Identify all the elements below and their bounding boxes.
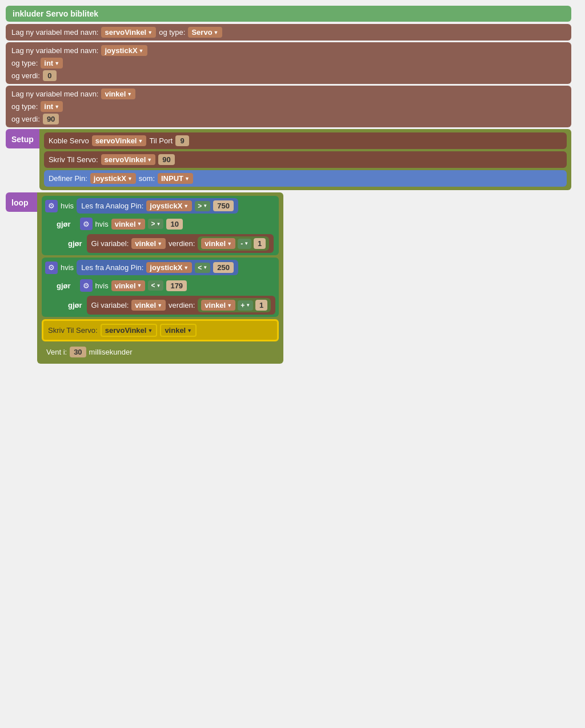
setup-tab: Setup (6, 129, 39, 148)
verdien-label-2: verdien: (169, 301, 195, 309)
hvis-inner-1: hvis (95, 220, 109, 228)
verdien-label-1: verdien: (169, 239, 195, 248)
og-verdi-label-v: og verdi: (11, 115, 40, 123)
vinkel-dd-inner-2[interactable]: vinkel (111, 280, 146, 291)
lag-ny-label-3: Lag ny variabel med navn: (11, 90, 98, 98)
og-verdi-label-jx: og verdi: (11, 71, 40, 80)
condition-block-1: Les fra Analog Pin: joystickX > 750 (77, 198, 238, 214)
input-mode-dropdown[interactable]: INPUT (158, 173, 193, 184)
joystickx-dd-definer[interactable]: joystickX (90, 173, 136, 184)
op-lt-inner-2[interactable]: < (148, 280, 163, 291)
if-body-2: gjør ⚙ hvis vinkel < 179 gjør Gi (57, 277, 275, 315)
inner-if-2: ⚙ hvis vinkel < 179 (75, 277, 192, 294)
gjor-row-3: gjør ⚙ hvis vinkel < 179 (57, 277, 275, 294)
var-block-joystickx: Lag ny variabel med navn: joystickX og t… (6, 42, 571, 84)
gi-variabel-label-2: Gi variabel: (91, 301, 129, 309)
vinkel-dd-math-2[interactable]: vinkel (201, 300, 235, 311)
vinkel-value[interactable]: 90 (43, 114, 59, 124)
vinkel-dd-math-1[interactable]: vinkel (201, 238, 235, 249)
plus-op-2[interactable]: + (238, 300, 253, 311)
math-expr-2: vinkel + 1 (198, 298, 271, 312)
int-type-dropdown-v[interactable]: int (41, 101, 63, 112)
math-val-1[interactable]: 1 (254, 238, 266, 249)
gjor-label-4: gjør (68, 301, 82, 309)
hvis-inner-2: hvis (95, 281, 109, 290)
skriv-til-servo-label: Skriv Til Servo: (49, 155, 98, 164)
var-row-jx-2: og type: int (11, 58, 566, 69)
math-val-2[interactable]: 1 (255, 300, 267, 311)
if-body-1: gjør ⚙ hvis vinkel > 10 gjør Gi (57, 215, 275, 253)
servo-vinkel-dd-loop[interactable]: servoVinkel (101, 324, 158, 337)
loop-tab: loop (6, 192, 37, 212)
servovinkel-dropdown-1[interactable]: servoVinkel (101, 27, 156, 38)
definer-pin-label: Definer Pin: (49, 174, 87, 183)
og-type-label-2: og type: (11, 59, 38, 67)
assign-block-2: Gi variabel: vinkel verdien: vinkel + 1 (87, 296, 276, 315)
definer-pin-block: Definer Pin: joystickX som: INPUT (44, 170, 567, 187)
port-value[interactable]: 9 (175, 135, 189, 146)
servo-write-value[interactable]: 90 (158, 154, 174, 165)
lag-ny-label-1: Lag ny variabel med navn: (11, 28, 98, 37)
servo-vinkel-dd-skriv[interactable]: servoVinkel (101, 154, 156, 165)
gjor-label-3: gjør (57, 281, 71, 290)
og-type-label-1: og type: (159, 28, 185, 37)
millisekunder-label: millisekunder (89, 348, 133, 356)
gjor-row-1: gjør ⚙ hvis vinkel > 10 (57, 215, 275, 232)
skriv-servo-setup-block: Skriv Til Servo: servoVinkel 90 (44, 151, 567, 168)
servo-vinkel-dd-koble[interactable]: servoVinkel (92, 135, 147, 146)
gjor-row-2: gjør Gi variabel: vinkel verdien: vinkel… (68, 234, 275, 253)
loop-section: loop ⚙ hvis Les fra Analog Pin: joystick… (6, 192, 571, 364)
vinkel-dropdown[interactable]: vinkel (101, 89, 135, 99)
gi-variabel-label-1: Gi variabel: (91, 239, 129, 248)
val-10[interactable]: 10 (166, 219, 182, 230)
var-block-servovinkel: Lag ny variabel med navn: servoVinkel og… (6, 24, 571, 41)
skriv-servo-loop-block: Skriv Til Servo: servoVinkel vinkel (42, 319, 279, 341)
vinkel-dd-loop[interactable]: vinkel (160, 324, 197, 337)
inner-if-1: ⚙ hvis vinkel > 10 (75, 215, 187, 232)
koble-servo-block: Koble Servo servoVinkel Til Port 9 (44, 132, 567, 149)
var-row-1: Lag ny variabel med navn: servoVinkel og… (11, 27, 566, 38)
assign-block-1: Gi variabel: vinkel verdien: vinkel - 1 (87, 234, 274, 253)
vent-value[interactable]: 30 (70, 347, 86, 357)
koble-label: Koble Servo (49, 136, 89, 145)
joystickx-dropdown[interactable]: joystickX (101, 45, 147, 56)
les-fra-label-1: Les fra Analog Pin: (81, 202, 143, 210)
gear-icon-1[interactable]: ⚙ (45, 200, 58, 212)
joystickx-dd-1[interactable]: joystickX (146, 200, 192, 211)
condition-block-2: Les fra Analog Pin: joystickX < 250 (77, 260, 238, 275)
loop-label: loop (11, 198, 29, 207)
setup-body: Koble Servo servoVinkel Til Port 9 Skriv… (39, 129, 571, 190)
op-gt-1[interactable]: > (195, 201, 210, 211)
og-type-label-3: og type: (11, 102, 38, 111)
vinkel-dd-inner-1[interactable]: vinkel (111, 219, 146, 230)
les-fra-label-2: Les fra Analog Pin: (81, 263, 143, 272)
var-row-v-1: Lag ny variabel med navn: vinkel (11, 89, 566, 99)
vinkel-dd-assign-2[interactable]: vinkel (131, 300, 166, 311)
val-250[interactable]: 250 (213, 262, 234, 273)
vent-label: Vent i: (46, 348, 67, 356)
var-block-vinkel: Lag ny variabel med navn: vinkel og type… (6, 86, 571, 127)
include-block[interactable]: inkluder Servo biblitek (6, 6, 571, 22)
til-port-label: Til Port (149, 136, 173, 145)
joystickx-dd-2[interactable]: joystickX (146, 262, 192, 273)
minus-op-1[interactable]: - (238, 239, 251, 249)
gjor-label-2: gjør (68, 239, 82, 248)
skriv-servo-loop-label: Skriv Til Servo: (48, 326, 98, 335)
if-header-2: ⚙ hvis Les fra Analog Pin: joystickX < 2… (45, 260, 275, 275)
gear-icon-inner-2[interactable]: ⚙ (80, 279, 93, 292)
int-type-dropdown-jx[interactable]: int (41, 58, 63, 69)
var-row-v-2: og type: int (11, 101, 566, 112)
gear-icon-2[interactable]: ⚙ (45, 262, 58, 274)
op-lt-2[interactable]: < (195, 263, 210, 273)
op-gt-inner-1[interactable]: > (148, 219, 163, 229)
vinkel-dd-assign-1[interactable]: vinkel (131, 238, 166, 249)
val-750[interactable]: 750 (213, 200, 234, 211)
val-179[interactable]: 179 (166, 280, 187, 291)
vent-block: Vent i: 30 millisekunder (42, 344, 279, 360)
setup-section: Setup Koble Servo servoVinkel Til Port 9… (6, 129, 571, 190)
servo-type-dropdown[interactable]: Servo (188, 27, 222, 38)
hvis-label-2: hvis (61, 263, 74, 272)
gear-icon-inner-1[interactable]: ⚙ (80, 218, 93, 230)
joystickx-value[interactable]: 0 (43, 70, 57, 81)
if-header-1: ⚙ hvis Les fra Analog Pin: joystickX > 7… (45, 198, 275, 214)
